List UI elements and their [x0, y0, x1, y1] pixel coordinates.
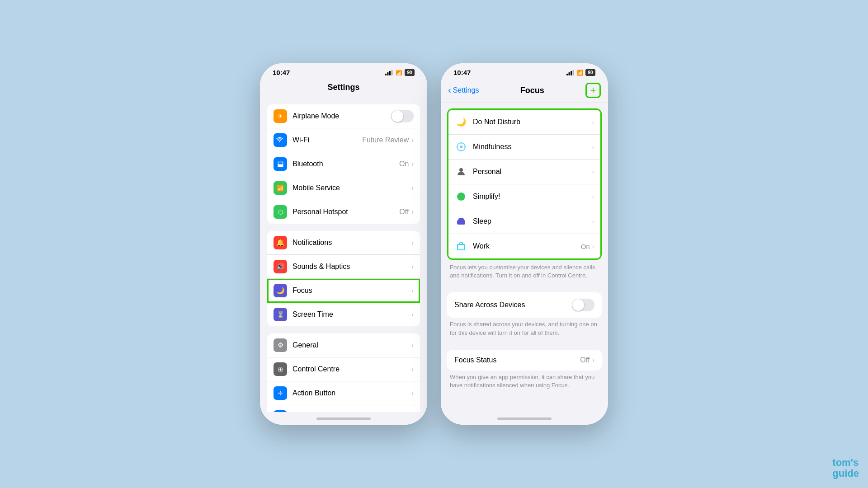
settings-content: ✈ Airplane Mode Wi-Fi [260, 97, 427, 412]
status-time-right: 10:47 [453, 69, 471, 76]
settings-item-action-button[interactable]: ✛ Action Button › [267, 381, 420, 405]
sounds-icon-wrap: 🔊 [274, 260, 287, 273]
bluetooth-value: On [399, 160, 409, 168]
focus-content: 🌙 Do Not Disturb › [441, 103, 608, 412]
work-chevron: › [592, 243, 594, 250]
focus-item-personal[interactable]: Personal › [448, 160, 600, 184]
airplane-mode-label: Airplane Mode [292, 112, 391, 120]
sounds-label: Sounds & Haptics [292, 263, 411, 271]
personal-chevron: › [592, 169, 594, 175]
settings-item-screentime[interactable]: ⏳ Screen Time › [267, 303, 420, 326]
do-not-disturb-label: Do Not Disturb [473, 118, 592, 126]
control-centre-chevron: › [411, 366, 414, 373]
airplane-mode-toggle-knob [392, 110, 403, 122]
control-centre-icon: ⊞ [278, 366, 283, 373]
battery-icon: 90 [405, 69, 415, 76]
action-button-chevron: › [411, 389, 414, 397]
share-across-devices-toggle[interactable] [572, 299, 594, 311]
focus-item-mindfulness[interactable]: Mindfulness › [448, 135, 600, 160]
notifications-chevron: › [411, 239, 414, 246]
settings-item-airplane[interactable]: ✈ Airplane Mode [267, 104, 420, 128]
focus-add-button[interactable]: + [585, 83, 601, 98]
mobile-label: Mobile Service [292, 184, 411, 192]
wifi-status-icon: 📶 [395, 70, 402, 75]
settings-item-mobile[interactable]: 📶 Mobile Service › [267, 176, 420, 200]
bluetooth-icon: ⬓ [277, 160, 283, 168]
share-across-devices-card: Share Across Devices [447, 292, 602, 318]
personal-svg [456, 167, 466, 177]
settings-item-focus[interactable]: 🌙 Focus › [267, 279, 420, 303]
bluetooth-label: Bluetooth [292, 160, 399, 168]
work-icon [455, 240, 467, 253]
hotspot-value: Off [399, 208, 409, 216]
svg-point-10 [460, 145, 462, 148]
control-centre-icon-wrap: ⊞ [274, 362, 287, 376]
status-bar-left: 10:47 📶 90 [260, 63, 427, 79]
focus-item-do-not-disturb[interactable]: 🌙 Do Not Disturb › [448, 110, 600, 135]
focus-item-simplify[interactable]: Simplify! › [448, 184, 600, 209]
hotspot-label: Personal Hotspot [292, 208, 399, 216]
sleep-svg [456, 216, 466, 226]
focus-label: Focus [292, 286, 411, 295]
sleep-label: Sleep [473, 217, 592, 225]
battery-icon-right: 90 [585, 69, 595, 76]
home-bar-right [497, 418, 552, 420]
display-icon-wrap: ☀ [274, 410, 287, 412]
focus-status-value: Off [580, 356, 590, 364]
settings-group-general: ⚙ General › ⊞ Control Centre › [267, 333, 420, 412]
airplane-mode-toggle[interactable] [391, 110, 414, 122]
settings-item-bluetooth[interactable]: ⬓ Bluetooth On › [267, 152, 420, 176]
svg-rect-17 [458, 218, 464, 221]
action-button-label: Action Button [292, 389, 411, 397]
focus-description: Focus lets you customise your devices an… [441, 260, 608, 286]
svg-rect-18 [458, 244, 465, 250]
focus-status-card: Focus Status Off › [447, 350, 602, 371]
notifications-icon-wrap: 🔔 [274, 236, 287, 249]
status-bar-right: 10:47 📶 90 [441, 63, 608, 79]
bluetooth-icon-wrap: ⬓ [274, 157, 287, 171]
settings-item-general[interactable]: ⚙ General › [267, 333, 420, 357]
focus-status-chevron: › [592, 357, 594, 364]
mobile-chevron: › [411, 184, 414, 192]
notifications-icon: 🔔 [276, 239, 285, 247]
focus-item-sleep[interactable]: Sleep › [448, 209, 600, 234]
settings-item-display[interactable]: ☀ Display & Brightness › [267, 405, 420, 412]
focus-title: Focus [520, 86, 544, 95]
mindfulness-label: Mindfulness [473, 143, 592, 151]
watermark-line2: guide [832, 468, 859, 479]
settings-nav-bar: Settings [260, 79, 427, 97]
back-label: Settings [453, 86, 479, 94]
settings-item-wifi[interactable]: Wi-Fi Future Review › [267, 128, 420, 152]
focus-status-description: When you give an app permission, it can … [441, 371, 608, 396]
focus-chevron: › [411, 287, 414, 294]
signal-icon [385, 70, 393, 75]
svg-rect-2 [389, 71, 391, 75]
home-bar-left [316, 418, 371, 420]
focus-item-work[interactable]: Work On › [448, 234, 600, 258]
settings-item-notifications[interactable]: 🔔 Notifications › [267, 231, 420, 255]
wifi-icon [276, 137, 284, 143]
svg-rect-7 [571, 71, 572, 75]
wifi-icon-right: 📶 [576, 70, 583, 76]
control-centre-label: Control Centre [292, 365, 411, 373]
settings-item-control-centre[interactable]: ⊞ Control Centre › [267, 357, 420, 381]
signal-icon-right [566, 70, 574, 75]
focus-back-button[interactable]: ‹ Settings [448, 85, 479, 95]
wifi-icon-wrap [274, 133, 287, 147]
focus-status-row[interactable]: Focus Status Off › [447, 350, 602, 371]
watermark-line1: tom's [832, 457, 859, 468]
focus-icon: 🌙 [276, 286, 285, 295]
settings-item-sounds[interactable]: 🔊 Sounds & Haptics › [267, 255, 420, 279]
personal-label: Personal [473, 168, 592, 176]
settings-item-hotspot[interactable]: ⬡ Personal Hotspot Off › [267, 200, 420, 224]
wifi-value: Future Review [362, 136, 409, 144]
personal-icon [455, 165, 467, 178]
work-label: Work [473, 242, 581, 250]
right-phone: 10:47 📶 90 ‹ Settings [441, 63, 608, 425]
general-chevron: › [411, 342, 414, 349]
svg-rect-1 [387, 72, 389, 75]
plus-icon: + [590, 85, 596, 95]
wifi-chevron: › [411, 136, 414, 144]
action-button-icon: ✛ [278, 389, 283, 397]
share-across-devices-knob [572, 299, 584, 311]
